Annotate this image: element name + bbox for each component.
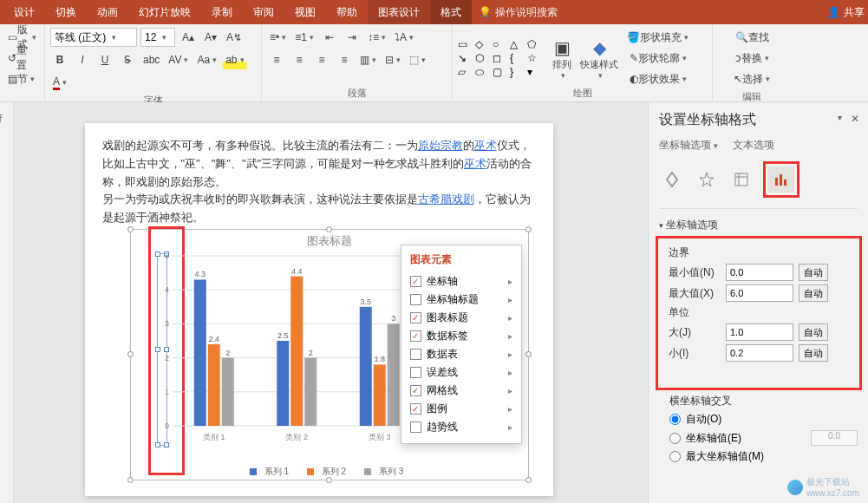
chart-elements-popup[interactable]: 图表元素 ✓坐标轴▸坐标轴标题▸✓图表标题▸✓数据标签▸数据表▸误差线▸✓网格线… [401, 245, 522, 444]
reset-button[interactable]: ↺ 重置 [5, 49, 39, 68]
svg-rect-12 [193, 279, 206, 426]
shadow-button[interactable]: abc [140, 50, 162, 69]
tab-help[interactable]: 帮助 [326, 0, 368, 24]
chart-element-option[interactable]: ✓图表标题▸ [410, 309, 512, 327]
svg-text:3: 3 [391, 314, 395, 323]
svg-text:类别 3: 类别 3 [368, 433, 390, 441]
slide[interactable]: 戏剧的起源实不可考，有多种假说。比较主流的看法有二：一为原始宗教的巫术仪式，比如… [85, 123, 553, 496]
arrange-button[interactable]: ▣ 排列 [550, 34, 574, 82]
chart-element-option[interactable]: ✓数据标签▸ [410, 327, 512, 345]
font-size-select[interactable]: 12 [140, 28, 175, 47]
axis-options-section-header[interactable]: 坐标轴选项 [659, 214, 858, 236]
thumbnail-strip[interactable]: 灯片 [0, 102, 14, 503]
chart-element-option[interactable]: ✓网格线▸ [410, 382, 512, 400]
minor-auto-button[interactable]: 自动 [799, 344, 828, 362]
link-witchcraft[interactable]: 巫术 [474, 139, 497, 152]
cross-max-radio[interactable] [669, 451, 681, 462]
axis-options-tab[interactable]: 坐标轴选项 [659, 139, 718, 151]
numbering-button[interactable]: ≡1 [292, 28, 317, 47]
min-value-input[interactable] [726, 264, 793, 281]
axis-options-icon[interactable] [768, 167, 794, 193]
tab-format[interactable]: 格式 [430, 0, 472, 24]
tab-slideshow[interactable]: 幻灯片放映 [128, 0, 201, 24]
italic-button[interactable]: I [73, 50, 92, 69]
quick-style-button[interactable]: ◆ 快速样式 [578, 34, 621, 82]
font-color-button[interactable]: A [50, 73, 69, 92]
chart-legend[interactable]: 系列 1 系列 2 系列 3 [131, 466, 528, 478]
pane-close-icon[interactable]: ✕ [851, 113, 859, 125]
major-auto-button[interactable]: 自动 [799, 323, 828, 341]
link-religion[interactable]: 原始宗教 [418, 139, 463, 152]
annotation-icon-highlight [763, 161, 799, 198]
find-button[interactable]: 🔍查找 [718, 28, 786, 47]
chart-element-option[interactable]: 数据表▸ [410, 345, 512, 363]
shapes-gallery[interactable]: ▭◇○△⬠ ↘⬡◻{☆ ▱⬭▢}▾ [458, 38, 543, 78]
underline-button[interactable]: U [95, 50, 114, 69]
min-auto-button[interactable]: 自动 [799, 264, 828, 281]
align-left-icon[interactable]: ≡ [267, 50, 286, 69]
svg-rect-21 [290, 277, 303, 426]
user-icon: 👤 [827, 6, 840, 18]
shape-fill-button[interactable]: 🪣形状填充 [624, 28, 691, 47]
align-right-icon[interactable]: ≡ [312, 50, 331, 69]
shape-outline-button[interactable]: ✎形状轮廓 [624, 49, 691, 68]
increase-font-icon[interactable]: A▴ [179, 28, 198, 47]
align-text-button[interactable]: ⊟ [382, 50, 403, 69]
clear-format-icon[interactable]: A↯ [224, 28, 245, 47]
chart-element-option[interactable]: 趋势线▸ [410, 418, 512, 436]
link-witchcraft-2[interactable]: 巫术 [464, 157, 486, 170]
line-spacing-button[interactable]: ↕≡ [365, 28, 388, 47]
text-direction-button[interactable]: ⤵A [392, 28, 416, 47]
align-justify-icon[interactable]: ≡ [335, 50, 354, 69]
tab-transition[interactable]: 切换 [45, 0, 87, 24]
checkbox-icon: ✓ [410, 276, 421, 287]
tell-me-search[interactable]: 操作说明搜索 [495, 5, 558, 20]
ribbon-tabbar: 设计 切换 动画 幻灯片放映 录制 审阅 视图 帮助 图表设计 格式 💡 操作说… [0, 0, 868, 24]
tab-animation[interactable]: 动画 [87, 0, 128, 24]
minor-unit-input[interactable] [726, 344, 793, 362]
tab-chart-design[interactable]: 图表设计 [368, 0, 430, 24]
tab-design[interactable]: 设计 [3, 0, 45, 24]
bold-button[interactable]: B [50, 50, 69, 69]
decrease-font-icon[interactable]: A▾ [201, 28, 220, 47]
strike-button[interactable]: S̶ [118, 50, 137, 69]
cross-axis-value-radio[interactable] [669, 433, 681, 444]
cursor-icon: ↖ [734, 73, 742, 85]
align-center-icon[interactable]: ≡ [290, 50, 309, 69]
major-unit-input[interactable] [726, 323, 793, 341]
size-props-icon[interactable] [728, 167, 754, 193]
chart-element-option[interactable]: ✓坐标轴▸ [410, 272, 512, 291]
section-button[interactable]: ▤ 节 [5, 69, 37, 88]
indent-left-icon[interactable]: ⇤ [320, 28, 339, 47]
tab-review[interactable]: 审阅 [243, 0, 284, 24]
select-button[interactable]: ↖选择 [718, 69, 786, 88]
slide-canvas[interactable]: 灯片 戏剧的起源实不可考，有多种假说。比较主流的看法有二：一为原始宗教的巫术仪式… [0, 102, 648, 503]
smartart-button[interactable]: ⬚ [407, 50, 428, 69]
min-label: 最小值(N) [669, 265, 721, 280]
tab-record[interactable]: 录制 [201, 0, 243, 24]
columns-button[interactable]: ▥ [357, 50, 379, 69]
tab-view[interactable]: 视图 [284, 0, 326, 24]
body-text[interactable]: 戏剧的起源实不可考，有多种假说。比较主流的看法有二：一为原始宗教的巫术仪式，比如… [102, 137, 536, 227]
pane-collapse-icon[interactable]: ▾ [838, 113, 842, 122]
max-auto-button[interactable]: 自动 [799, 284, 828, 302]
indent-right-icon[interactable]: ⇥ [343, 28, 362, 47]
chart-element-option[interactable]: 坐标轴标题▸ [410, 291, 512, 309]
major-label: 大(J) [669, 325, 721, 340]
share-button[interactable]: 👤共享 [827, 5, 865, 20]
bullets-button[interactable]: ≡• [267, 28, 289, 47]
max-value-input[interactable] [726, 284, 793, 302]
highlight-button[interactable]: ab [223, 50, 246, 69]
chart-element-option[interactable]: ✓图例▸ [410, 400, 512, 418]
change-case-button[interactable]: Aa [194, 50, 219, 69]
replace-button[interactable]: ↄ替换 [718, 49, 786, 68]
font-name-select[interactable]: 等线 (正文) [50, 28, 137, 47]
chart-element-option[interactable]: 误差线▸ [410, 363, 512, 382]
text-options-tab[interactable]: 文本选项 [733, 139, 774, 151]
effects-icon[interactable] [694, 167, 720, 193]
fill-line-icon[interactable] [659, 167, 685, 193]
cross-auto-radio[interactable] [669, 414, 681, 425]
char-spacing-button[interactable]: AV [166, 50, 191, 69]
svg-rect-38 [775, 178, 778, 186]
link-greek-drama[interactable]: 古希腊戏剧 [418, 193, 474, 206]
